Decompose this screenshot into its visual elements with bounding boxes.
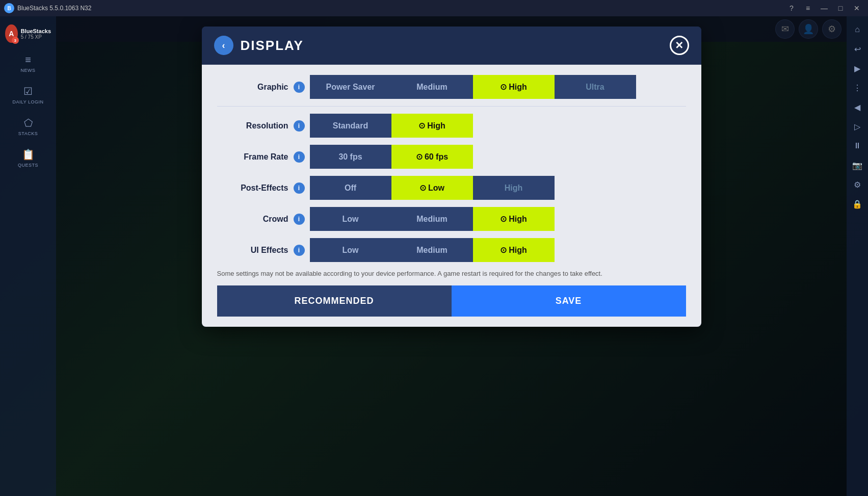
menu-button[interactable]: ≡ (801, 1, 815, 15)
right-btn-8[interactable]: 📷 (848, 156, 866, 174)
left-sidebar: A 3 BlueStacks 5 / 75 XP ≡ NEWS ☑ DAILY … (0, 16, 56, 496)
save-button[interactable]: SAVE (452, 285, 686, 317)
minimize-button[interactable]: — (817, 1, 831, 15)
modal-close-button[interactable]: ✕ (670, 36, 689, 55)
posteffects-info-icon[interactable]: i (294, 182, 305, 194)
back-button[interactable]: ‹ (214, 36, 233, 55)
quests-label: QUESTS (18, 163, 38, 168)
graphic-ultra-btn[interactable]: Ultra (555, 75, 636, 99)
resolution-standard-btn[interactable]: Standard (310, 114, 391, 138)
crowd-options: Low Medium ⊙High (310, 207, 686, 231)
posteffects-label: Post-Effects (217, 184, 288, 193)
right-btn-2[interactable]: ↩ (848, 40, 866, 58)
divider-1 (217, 106, 686, 107)
right-sidebar: ⌂ ↩ ▶ ⋮ ◀ ▷ ⏸ 📷 ⚙ 🔒 (847, 16, 868, 496)
user-badge: 3 (12, 37, 19, 44)
window-controls: ? ≡ — □ ✕ (784, 1, 864, 15)
stacks-label: STACKS (18, 131, 38, 136)
graphic-medium-btn[interactable]: Medium (391, 75, 473, 99)
resolution-options: Standard ⊙High (310, 114, 686, 138)
news-icon: ≡ (25, 54, 31, 66)
resolution-label: Resolution (217, 121, 288, 130)
right-btn-7[interactable]: ⏸ (848, 137, 866, 155)
modal-header: ‹ DISPLAY ✕ (202, 27, 701, 65)
daily-login-label: DAILY LOGIN (12, 99, 43, 105)
sidebar-item-quests[interactable]: 📋 QUESTS (8, 144, 48, 172)
crowd-medium-btn[interactable]: Medium (391, 207, 473, 231)
modal-title: DISPLAY (241, 38, 663, 54)
uieffects-options: Low Medium ⊙High (310, 238, 686, 262)
right-btn-9[interactable]: ⚙ (848, 175, 866, 194)
close-window-button[interactable]: ✕ (850, 1, 864, 15)
uieffects-label: UI Effects (217, 246, 288, 255)
user-profile: A 3 BlueStacks 5 / 75 XP (0, 21, 56, 46)
resolution-high-check: ⊙ (418, 121, 425, 130)
right-btn-3[interactable]: ▶ (848, 59, 866, 77)
stacks-icon: ⬠ (24, 117, 33, 129)
sidebar-item-news[interactable]: ≡ NEWS (8, 50, 48, 77)
crowd-high-btn[interactable]: ⊙High (473, 207, 555, 231)
right-btn-10[interactable]: 🔒 (848, 195, 866, 213)
graphic-label: Graphic (217, 83, 288, 92)
recommended-button[interactable]: RECOMMENDED (217, 285, 452, 317)
uieffects-low-btn[interactable]: Low (310, 238, 391, 262)
uieffects-medium-btn[interactable]: Medium (391, 238, 473, 262)
resolution-setting-row: Resolution i Standard ⊙High (217, 114, 686, 138)
help-button[interactable]: ? (784, 1, 799, 15)
posteffects-high-btn[interactable]: High (473, 176, 555, 200)
framerate-options: 30 fps ⊙60 fps (310, 145, 686, 169)
app-logo: B (4, 3, 14, 13)
uieffects-high-check: ⊙ (500, 246, 507, 254)
sidebar-item-daily-login[interactable]: ☑ DAILY LOGIN (8, 81, 48, 109)
graphic-power-saver-btn[interactable]: Power Saver (310, 75, 391, 99)
right-btn-5[interactable]: ◀ (848, 98, 866, 116)
crowd-low-btn[interactable]: Low (310, 207, 391, 231)
quests-icon: 📋 (22, 148, 35, 161)
graphic-options: Power Saver Medium ⊙High Ultra (310, 75, 686, 99)
avatar: A 3 (5, 24, 18, 43)
uieffects-setting-row: UI Effects i Low Medium ⊙High (217, 238, 686, 262)
resolution-high-btn[interactable]: ⊙High (391, 114, 473, 138)
right-btn-1[interactable]: ⌂ (848, 20, 866, 39)
right-btn-6[interactable]: ▷ (848, 117, 866, 136)
modal-overlay: ‹ DISPLAY ✕ Graphic i Power Saver Medium… (56, 16, 847, 496)
sidebar-item-stacks[interactable]: ⬠ STACKS (8, 113, 48, 140)
graphic-setting-row: Graphic i Power Saver Medium ⊙High Ultra (217, 75, 686, 99)
app-name-sidebar: BlueStacks (21, 28, 51, 34)
uieffects-info-icon[interactable]: i (294, 245, 305, 256)
right-btn-4[interactable]: ⋮ (848, 79, 866, 97)
crowd-label: Crowd (217, 215, 288, 224)
resolution-info-icon[interactable]: i (294, 120, 305, 132)
crowd-setting-row: Crowd i Low Medium ⊙High (217, 207, 686, 231)
news-label: NEWS (21, 68, 36, 73)
graphic-high-btn[interactable]: ⊙High (473, 75, 555, 99)
modal-footer: RECOMMENDED SAVE (217, 285, 686, 317)
posteffects-options: Off ⊙Low High (310, 176, 686, 200)
titlebar-title: BlueStacks 5.5.0.1063 N32 (17, 5, 91, 12)
crowd-info-icon[interactable]: i (294, 214, 305, 225)
framerate-30fps-btn[interactable]: 30 fps (310, 145, 391, 169)
modal-body: Graphic i Power Saver Medium ⊙High Ultra… (202, 65, 701, 327)
display-settings-modal: ‹ DISPLAY ✕ Graphic i Power Saver Medium… (202, 27, 701, 327)
posteffects-off-btn[interactable]: Off (310, 176, 391, 200)
posteffects-setting-row: Post-Effects i Off ⊙Low High (217, 176, 686, 200)
posteffects-low-btn[interactable]: ⊙Low (391, 176, 473, 200)
graphic-high-check: ⊙ (500, 83, 507, 91)
maximize-button[interactable]: □ (833, 1, 848, 15)
framerate-label: Frame Rate (217, 152, 288, 162)
framerate-60fps-btn[interactable]: ⊙60 fps (391, 145, 473, 169)
framerate-60fps-check: ⊙ (416, 152, 423, 161)
crowd-high-check: ⊙ (500, 215, 507, 223)
uieffects-high-btn[interactable]: ⊙High (473, 238, 555, 262)
user-xp: 5 / 75 XP (21, 34, 51, 40)
settings-note: Some settings may not be available accor… (217, 269, 686, 278)
graphic-info-icon[interactable]: i (294, 82, 305, 93)
daily-login-icon: ☑ (23, 85, 33, 97)
framerate-setting-row: Frame Rate i 30 fps ⊙60 fps (217, 145, 686, 169)
framerate-info-icon[interactable]: i (294, 151, 305, 163)
titlebar: B BlueStacks 5.5.0.1063 N32 ? ≡ — □ ✕ (0, 0, 868, 16)
posteffects-low-check: ⊙ (419, 184, 426, 192)
